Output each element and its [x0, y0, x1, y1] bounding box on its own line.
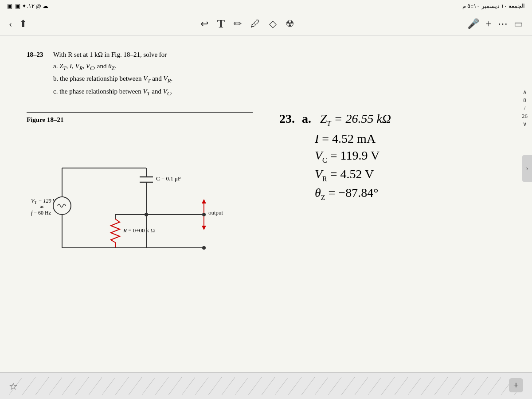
toolbar-right: 🎤 + ⋯ ▭ — [467, 18, 523, 30]
circuit-diagram: C = 0.1 μF output — [27, 133, 231, 274]
problem-intro: With R set at 1 kΩ in Fig. 18–21, solve … — [53, 49, 167, 61]
page-down-button[interactable]: ∨ — [523, 121, 527, 128]
bottom-decoration — [9, 377, 523, 395]
add-button[interactable]: + — [509, 378, 523, 392]
status-bar: ▣ ▣ ✦.١٢ @ ☁ الجمعة ١٠ ديسمبر ١٠::٥ م — [0, 0, 532, 12]
svg-marker-8 — [202, 199, 206, 203]
toolbar-center: ↩ T ✏ 🖊 ◇ ☢ — [200, 17, 294, 31]
capacitor-label: C = 0.1 μF — [156, 175, 181, 182]
answer-section: Figure 18–21 C = 0.1 μF — [27, 112, 505, 274]
mic-button[interactable]: 🎤 — [467, 18, 479, 30]
signal-text: ▣ ✦.١٢ @ ☁ — [15, 3, 48, 10]
answer-zt: ZT = 26.55 kΩ — [320, 112, 391, 128]
svg-point-13 — [53, 197, 71, 215]
svg-text:ac: ac — [40, 204, 44, 209]
page-indicator: ∧ 8 / 26 ∨ — [522, 89, 528, 128]
answer-values: 23. a. ZT = 26.55 kΩ I = 4.52 mA VC = 11… — [262, 112, 505, 274]
status-left: ▣ ▣ ✦.١٢ @ ☁ — [7, 3, 48, 10]
svg-text:f = 60 Hz: f = 60 Hz — [31, 210, 51, 216]
output-label: output — [208, 209, 223, 216]
lasso-tool-button[interactable]: 🖊 — [250, 18, 260, 30]
figure-label: Figure 18–21 — [27, 112, 253, 124]
toolbar-left: ‹ ⬆ — [9, 18, 27, 30]
svg-marker-9 — [202, 226, 206, 230]
datetime-text: الجمعة ١٠ ديسمبر ١٠::٥ م — [462, 3, 525, 9]
share-button[interactable]: ⬆ — [19, 18, 27, 30]
svg-point-23 — [202, 246, 206, 250]
svg-rect-25 — [9, 377, 523, 395]
problem-part-c: c. the phase relationship between VT and… — [53, 86, 505, 98]
answer-i: I = 4.52 mA — [315, 132, 505, 146]
status-right: الجمعة ١٠ ديسمبر ١٠::٥ م — [462, 3, 525, 10]
figure-section: Figure 18–21 C = 0.1 μF — [27, 112, 262, 274]
shapes-tool-button[interactable]: ◇ — [269, 18, 277, 30]
answer-thetaz: θZ = −87.84° — [315, 186, 505, 202]
answer-part: a. — [302, 112, 311, 126]
answer-number: 23. — [279, 112, 295, 126]
problem-number: 18–23 — [27, 49, 53, 61]
marker-tool-button[interactable]: ☢ — [286, 18, 294, 30]
svg-point-22 — [202, 213, 206, 216]
tablet-button[interactable]: ▭ — [514, 18, 523, 30]
toolbar: ‹ ⬆ ↩ T ✏ 🖊 ◇ ☢ 🎤 + ⋯ ▭ — [0, 12, 532, 35]
answer-vc: VC = 119.9 V — [315, 149, 505, 164]
more-button[interactable]: ⋯ — [498, 18, 508, 30]
answer-vr: VR = 4.52 V — [315, 167, 505, 183]
battery-icon: ▣ — [7, 3, 12, 10]
page-slash: / — [524, 105, 526, 112]
plus-button[interactable]: + — [485, 18, 492, 30]
star-button[interactable]: ☆ — [9, 381, 18, 392]
bottom-bar — [0, 372, 532, 399]
circuit-svg: C = 0.1 μF output — [27, 133, 231, 274]
problem-part-b: b. the phase relationship between VT and… — [53, 73, 505, 86]
page-up-button[interactable]: ∧ — [523, 89, 527, 96]
problem-part-a: a. ZT, I, VR, VC, and θZ. — [53, 61, 505, 73]
right-panel-arrow[interactable]: › — [522, 155, 532, 182]
problem-section: 18–23 With R set at 1 kΩ in Fig. 18–21, … — [27, 49, 505, 98]
page-current: 8 — [523, 97, 526, 104]
pencil-tool-button[interactable]: ✏ — [234, 18, 242, 30]
text-tool-button[interactable]: T — [217, 17, 225, 31]
main-content: 18–23 With R set at 1 kΩ in Fig. 18–21, … — [0, 35, 532, 372]
svg-text:R = 0+00 k Ω: R = 0+00 k Ω — [123, 227, 155, 234]
page-total: 26 — [522, 113, 528, 120]
back-button[interactable]: ‹ — [9, 18, 12, 30]
undo-button[interactable]: ↩ — [200, 18, 208, 30]
